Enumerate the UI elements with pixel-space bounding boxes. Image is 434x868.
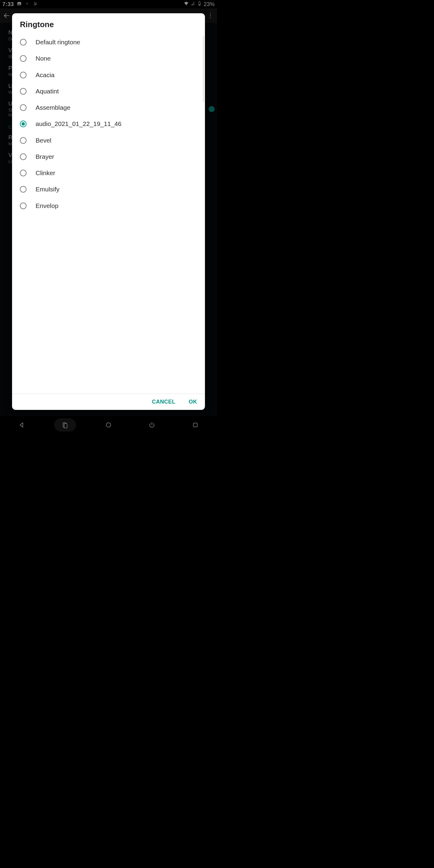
ringtone-option-label: Bevel xyxy=(36,136,52,144)
radio-icon[interactable] xyxy=(20,72,27,79)
ringtone-option-label: None xyxy=(36,55,51,62)
radio-icon[interactable] xyxy=(20,170,27,176)
dialog-footer: CANCEL OK xyxy=(12,394,205,410)
ringtone-option-label: Emulsify xyxy=(36,185,59,193)
ringtone-option[interactable]: Bevel xyxy=(12,132,205,149)
ringtone-option[interactable]: Default ringtone xyxy=(12,34,205,50)
ringtone-option[interactable]: Brayer xyxy=(12,149,205,165)
ringtone-option[interactable]: Envelop xyxy=(12,198,205,214)
ringtone-option-label: Clinker xyxy=(36,169,55,177)
ringtone-option[interactable]: audio_2021_01_22_19_11_46 xyxy=(12,116,205,132)
radio-icon[interactable] xyxy=(20,39,27,45)
ringtone-option-label: audio_2021_01_22_19_11_46 xyxy=(36,120,121,128)
radio-icon[interactable] xyxy=(20,137,27,144)
ringtone-option-label: Envelop xyxy=(36,202,59,210)
ringtone-option[interactable]: Assemblage xyxy=(12,99,205,116)
radio-icon[interactable] xyxy=(20,203,27,209)
ok-button[interactable]: OK xyxy=(186,397,199,407)
ringtone-option-label: Default ringtone xyxy=(36,38,80,46)
radio-icon[interactable] xyxy=(20,104,27,111)
cancel-button[interactable]: CANCEL xyxy=(150,397,178,407)
radio-icon[interactable] xyxy=(20,186,27,193)
ringtone-option-label: Acacia xyxy=(36,71,55,79)
ringtone-option[interactable]: Clinker xyxy=(12,165,205,181)
ringtone-option[interactable]: Emulsify xyxy=(12,181,205,197)
ringtone-option-label: Assemblage xyxy=(36,104,70,112)
ringtone-dialog: Ringtone Default ringtoneNoneAcaciaAquat… xyxy=(12,13,205,410)
ringtone-options-list[interactable]: Default ringtoneNoneAcaciaAquatintAssemb… xyxy=(12,34,205,394)
ringtone-option-label: Brayer xyxy=(36,153,54,161)
radio-icon[interactable] xyxy=(20,153,27,160)
ringtone-option[interactable]: Aquatint xyxy=(12,83,205,99)
dialog-title: Ringtone xyxy=(12,13,205,34)
radio-icon[interactable] xyxy=(20,88,27,95)
radio-icon[interactable] xyxy=(20,121,27,127)
ringtone-option[interactable]: Acacia xyxy=(12,67,205,83)
ringtone-option[interactable]: None xyxy=(12,50,205,67)
radio-icon[interactable] xyxy=(20,55,27,62)
ringtone-option-label: Aquatint xyxy=(36,87,59,95)
